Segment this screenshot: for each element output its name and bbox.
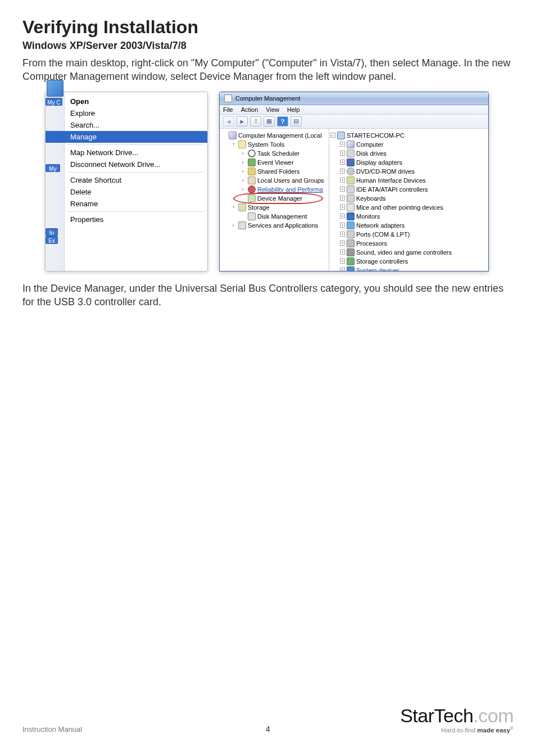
window-body: Computer Management (Local▿System Tools▹… bbox=[220, 129, 488, 271]
tree-expander-icon[interactable]: ▹ bbox=[240, 186, 246, 192]
tree-row[interactable]: +IDE ATA/ATAPI controllers bbox=[330, 185, 487, 194]
tree-row[interactable]: +Sound, video and game controllers bbox=[330, 248, 487, 257]
logo-text-b: .com bbox=[473, 705, 514, 726]
tree-row[interactable]: +Keyboards bbox=[330, 194, 487, 203]
toolbar-help-icon[interactable]: ? bbox=[277, 116, 288, 126]
tree-expander-icon[interactable]: ▹ bbox=[240, 159, 246, 165]
tree-row[interactable]: +Ports (COM & LPT) bbox=[330, 230, 487, 239]
tree-row[interactable]: +Disk drives bbox=[330, 149, 487, 158]
tree-plus-icon[interactable]: + bbox=[340, 268, 345, 271]
tree-expander-icon[interactable] bbox=[240, 213, 246, 219]
context-menu: My C My In Ex Open Explore Search... Man… bbox=[45, 92, 208, 271]
tree-row[interactable]: +Computer bbox=[330, 140, 487, 149]
tree-expander-icon[interactable]: ▹ bbox=[240, 177, 246, 183]
users-icon bbox=[248, 176, 256, 184]
tree-plus-icon[interactable]: + bbox=[340, 187, 345, 192]
tree-row[interactable]: +Display adapters bbox=[330, 158, 487, 167]
toolbar-back-icon[interactable]: ◄ bbox=[223, 116, 234, 126]
toolbar-properties-icon[interactable]: ▦ bbox=[264, 116, 275, 126]
tree-label: Services and Applications bbox=[248, 221, 318, 229]
menu-help[interactable]: Help bbox=[287, 106, 300, 113]
devmgr-icon bbox=[248, 194, 256, 202]
tree-row[interactable]: –STARTECHCOM-PC bbox=[330, 131, 487, 140]
tree-row[interactable]: +Monitors bbox=[330, 212, 487, 221]
ctx-item-delete[interactable]: Delete bbox=[46, 186, 207, 198]
tree-plus-icon[interactable]: – bbox=[330, 133, 335, 138]
tree-row[interactable]: ▹Event Viewer bbox=[221, 158, 328, 167]
desktop-in-label: In bbox=[46, 228, 58, 236]
ctx-item-rename[interactable]: Rename bbox=[46, 198, 207, 210]
tree-row[interactable]: +Mice and other pointing devices bbox=[330, 203, 487, 212]
tree-label: Computer bbox=[356, 141, 383, 148]
ctx-item-manage[interactable]: Manage bbox=[46, 131, 207, 143]
tree-label: Storage bbox=[248, 203, 270, 211]
tree-row[interactable]: Computer Management (Local bbox=[221, 131, 328, 140]
window-titlebar[interactable]: Computer Management bbox=[220, 92, 488, 105]
tree-row[interactable]: +Network adapters bbox=[330, 221, 487, 230]
tree-label: Keyboards bbox=[356, 194, 386, 202]
toolbar-up-icon[interactable]: ⇧ bbox=[250, 116, 261, 126]
desktop-mycomputer-icon bbox=[47, 80, 63, 97]
tree-row[interactable]: +Human Interface Devices bbox=[330, 176, 487, 185]
tree-plus-icon[interactable]: + bbox=[340, 160, 345, 165]
tree-plus-icon[interactable]: + bbox=[340, 241, 345, 246]
ctx-item-open[interactable]: Open bbox=[46, 96, 207, 107]
tree-expander-icon[interactable]: ▿ bbox=[230, 141, 237, 147]
ctx-item-properties[interactable]: Properties bbox=[46, 214, 207, 225]
tree-plus-icon[interactable]: + bbox=[340, 142, 345, 147]
tree-label: Ports (COM & LPT) bbox=[356, 230, 410, 238]
tree-plus-icon[interactable]: + bbox=[340, 232, 345, 237]
menu-action[interactable]: Action bbox=[241, 106, 258, 113]
tree-row[interactable]: ▿Storage bbox=[221, 203, 328, 212]
menu-view[interactable]: View bbox=[266, 106, 279, 113]
tree-expander-icon[interactable] bbox=[240, 195, 246, 201]
tree-row[interactable]: +System devices bbox=[330, 266, 487, 271]
menu-file[interactable]: File bbox=[223, 106, 233, 113]
tree-row[interactable]: Disk Management bbox=[221, 212, 328, 221]
tree-label: Sound, video and game controllers bbox=[356, 248, 452, 256]
tree-expander-icon[interactable]: ▹ bbox=[240, 168, 246, 174]
window-menubar: File Action View Help bbox=[220, 105, 488, 115]
tree-plus-icon[interactable]: + bbox=[340, 151, 345, 156]
comp-icon bbox=[347, 141, 355, 148]
tree-row[interactable]: ▹Reliability and Performa bbox=[221, 185, 328, 194]
tree-row[interactable]: +Storage controllers bbox=[330, 257, 487, 266]
window-icon bbox=[224, 94, 232, 102]
tree-plus-icon[interactable]: + bbox=[340, 178, 345, 183]
tree-label: Event Viewer bbox=[257, 159, 294, 166]
tree-row[interactable]: ▹Local Users and Groups bbox=[221, 176, 328, 185]
tree-row[interactable]: ▹Services and Applications bbox=[221, 221, 328, 230]
page-number: 4 bbox=[22, 725, 514, 734]
ctx-item-map-drive[interactable]: Map Network Drive... bbox=[46, 147, 207, 159]
tree-plus-icon[interactable]: + bbox=[340, 223, 345, 228]
comp-icon bbox=[229, 132, 237, 139]
tree-row[interactable]: ▹Shared Folders bbox=[221, 167, 328, 176]
tree-plus-icon[interactable]: + bbox=[340, 169, 345, 174]
tree-plus-icon[interactable]: + bbox=[340, 196, 345, 201]
toolbar-forward-icon[interactable]: ► bbox=[237, 116, 248, 126]
mouse-icon bbox=[347, 203, 355, 211]
tree-row[interactable]: Device Manager bbox=[221, 194, 328, 203]
tree-plus-icon[interactable]: + bbox=[340, 214, 345, 219]
toolbar-grid-icon[interactable]: ▤ bbox=[290, 116, 302, 126]
tree-row[interactable]: ▿System Tools bbox=[221, 140, 328, 149]
outro-paragraph: In the Device Manager, under the Univers… bbox=[22, 282, 514, 309]
tree-expander-icon[interactable]: ▿ bbox=[230, 204, 237, 210]
tree-label: Task Scheduler bbox=[257, 150, 299, 157]
ctx-item-search[interactable]: Search... bbox=[46, 119, 207, 131]
tree-plus-icon[interactable]: + bbox=[340, 250, 345, 255]
tree-expander-icon[interactable] bbox=[221, 132, 227, 138]
tree-row[interactable]: +Processors bbox=[330, 239, 487, 248]
tree-expander-icon[interactable]: ▹ bbox=[240, 150, 246, 156]
tree-label: Disk drives bbox=[356, 150, 387, 157]
tree-plus-icon[interactable]: + bbox=[340, 205, 345, 210]
tree-label: IDE ATA/ATAPI controllers bbox=[356, 185, 428, 193]
ctx-item-create-shortcut[interactable]: Create Shortcut bbox=[46, 174, 207, 186]
tree-row[interactable]: +DVD/CD-ROM drives bbox=[330, 167, 487, 176]
ctx-item-disconnect-drive[interactable]: Disconnect Network Drive... bbox=[46, 159, 207, 170]
tree-plus-icon[interactable]: + bbox=[340, 259, 345, 264]
ctx-item-explore[interactable]: Explore bbox=[46, 107, 207, 119]
tree-expander-icon[interactable]: ▹ bbox=[230, 222, 237, 228]
tree-row[interactable]: ▹Task Scheduler bbox=[221, 149, 328, 158]
page-heading: Verifying Installation bbox=[22, 17, 514, 38]
